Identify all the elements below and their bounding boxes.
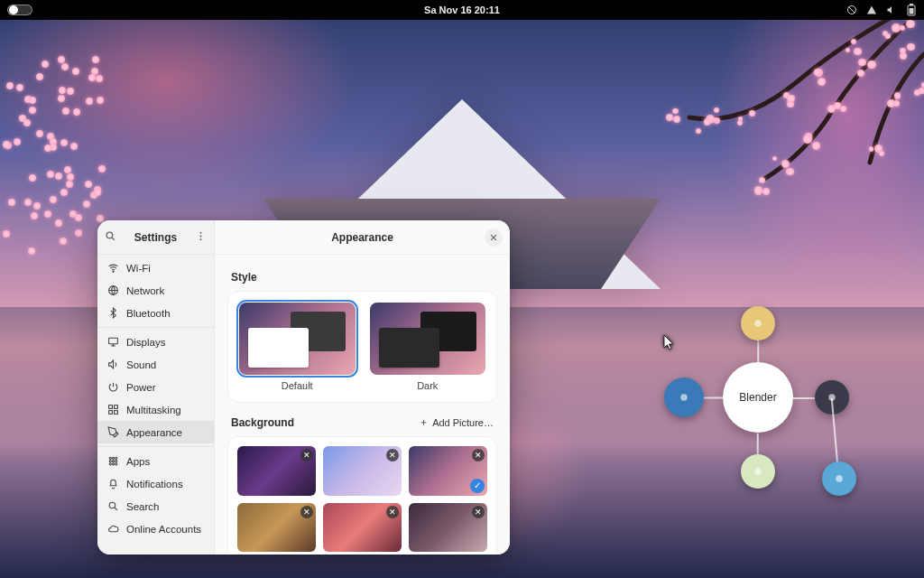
sidebar-item-appearance[interactable]: Appearance — [97, 421, 214, 443]
svg-point-16 — [112, 457, 114, 459]
remove-wallpaper-icon[interactable]: ✕ — [300, 506, 313, 518]
sidebar-item-search[interactable]: Search — [97, 495, 214, 517]
remove-wallpaper-icon[interactable]: ✕ — [472, 449, 485, 461]
sidebar-item-notifications[interactable]: Notifications — [97, 472, 214, 495]
style-thumb — [370, 303, 486, 375]
clock[interactable]: Sa Nov 16 20:11 — [424, 5, 500, 15]
svg-rect-10 — [108, 338, 117, 344]
wallpaper-thumb-wp3[interactable]: ✕✓ — [409, 446, 487, 495]
style-option-default[interactable]: Default — [239, 303, 356, 391]
pie-app-extra[interactable] — [822, 461, 856, 496]
network-tray-icon[interactable] — [866, 5, 877, 15]
pie-app-gimp[interactable] — [741, 306, 775, 340]
svg-point-26 — [680, 394, 688, 401]
svg-point-20 — [115, 460, 116, 461]
pie-app-inkscape[interactable] — [741, 454, 775, 489]
settings-content: Appearance Style Default Dark Background… — [215, 220, 510, 555]
sidebar-item-label: Multitasking — [126, 405, 181, 415]
window-close-button[interactable] — [485, 228, 503, 247]
sidebar-item-multitasking[interactable]: Multitasking — [97, 398, 214, 421]
svg-point-25 — [754, 320, 762, 327]
svg-point-29 — [836, 475, 843, 482]
sidebar-item-label: Bluetooth — [126, 308, 171, 319]
sidebar-item-displays[interactable]: Displays — [97, 331, 214, 353]
style-thumb — [239, 303, 356, 375]
svg-point-15 — [109, 457, 111, 459]
wallpaper-thumb-wp4[interactable]: ✕ — [237, 503, 316, 552]
pie-menu-center[interactable]: Blender — [723, 362, 793, 433]
svg-point-8 — [112, 271, 113, 272]
cloud-icon — [106, 523, 119, 535]
sidebar-item-label: Power — [126, 382, 156, 393]
do-not-disturb-icon[interactable] — [846, 5, 857, 15]
page-title: Appearance — [331, 231, 393, 244]
style-option-dark[interactable]: Dark — [370, 303, 486, 391]
mouse-cursor — [663, 334, 676, 353]
sidebar-item-apps[interactable]: Apps — [97, 450, 214, 472]
top-panel: Sa Nov 16 20:11 — [0, 0, 924, 20]
wallpaper-thumb-wp1[interactable]: ✕ — [237, 446, 316, 495]
sidebar-item-label: Notifications — [126, 479, 183, 489]
wallpaper-thumb-wp5[interactable]: ✕ — [323, 503, 402, 552]
svg-point-17 — [115, 457, 116, 459]
settings-sidebar: Settings Wi-FiNetworkBluetoothDisplaysSo… — [97, 220, 215, 555]
bluetooth-icon — [106, 307, 119, 319]
sidebar-item-label: Apps — [126, 456, 150, 467]
svg-point-19 — [112, 460, 114, 461]
brush-icon — [106, 426, 119, 438]
globe-icon — [106, 284, 119, 296]
svg-point-27 — [754, 468, 762, 475]
svg-point-7 — [200, 238, 202, 240]
wallpaper-thumb-wp2[interactable]: ✕ — [323, 446, 402, 495]
sidebar-header: Settings — [97, 220, 214, 255]
wifi-icon — [106, 262, 119, 274]
svg-rect-14 — [114, 411, 117, 415]
volume-tray-icon[interactable] — [886, 5, 897, 15]
sidebar-item-label: Search — [126, 501, 159, 512]
apps-icon — [106, 455, 119, 467]
svg-point-21 — [109, 463, 111, 465]
background-section-label: Background — [231, 416, 294, 429]
sidebar-search-icon[interactable] — [105, 230, 116, 244]
sidebar-item-power[interactable]: Power — [97, 376, 214, 398]
bell-icon — [106, 478, 119, 489]
sidebar-item-network[interactable]: Network — [97, 279, 214, 302]
plus-icon: ＋ — [419, 415, 429, 429]
sidebar-item-label: Online Accounts — [126, 524, 201, 535]
sidebar-menu-icon[interactable] — [195, 230, 207, 244]
pie-app-blender[interactable] — [664, 378, 704, 417]
svg-point-6 — [200, 236, 202, 238]
svg-point-22 — [112, 463, 114, 465]
display-icon — [106, 336, 119, 348]
sidebar-item-wifi[interactable]: Wi-Fi — [97, 256, 214, 279]
svg-point-23 — [115, 463, 116, 465]
style-card: Default Dark — [227, 291, 497, 403]
sidebar-item-label: Network — [126, 285, 164, 296]
remove-wallpaper-icon[interactable]: ✕ — [300, 449, 313, 461]
style-option-label: Dark — [417, 380, 438, 391]
pie-menu: Blender — [659, 298, 857, 497]
battery-tray-icon[interactable] — [906, 5, 917, 15]
sidebar-item-label: Displays — [126, 337, 165, 348]
activities-toggle[interactable] — [7, 5, 32, 15]
svg-rect-3 — [910, 8, 914, 14]
sidebar-item-label: Appearance — [126, 427, 182, 438]
svg-point-18 — [109, 460, 111, 461]
wallpaper-thumb-wp6[interactable]: ✕ — [409, 503, 487, 552]
add-picture-button[interactable]: ＋ Add Picture… — [419, 415, 494, 429]
remove-wallpaper-icon[interactable]: ✕ — [386, 449, 399, 461]
svg-rect-2 — [910, 4, 913, 5]
power-icon — [106, 381, 119, 393]
grid-icon — [106, 404, 119, 415]
svg-point-4 — [106, 232, 113, 238]
remove-wallpaper-icon[interactable]: ✕ — [472, 506, 485, 518]
style-section-label: Style — [231, 271, 494, 284]
speaker-icon — [106, 359, 119, 370]
sidebar-item-online[interactable]: Online Accounts — [97, 517, 214, 540]
remove-wallpaper-icon[interactable]: ✕ — [386, 506, 399, 518]
sidebar-item-bluetooth[interactable]: Bluetooth — [97, 302, 214, 324]
svg-rect-12 — [114, 406, 117, 409]
svg-rect-11 — [108, 406, 112, 409]
sidebar-item-sound[interactable]: Sound — [97, 353, 214, 376]
background-grid-card: ✕✕✕✓✕✕✕ — [227, 436, 497, 555]
